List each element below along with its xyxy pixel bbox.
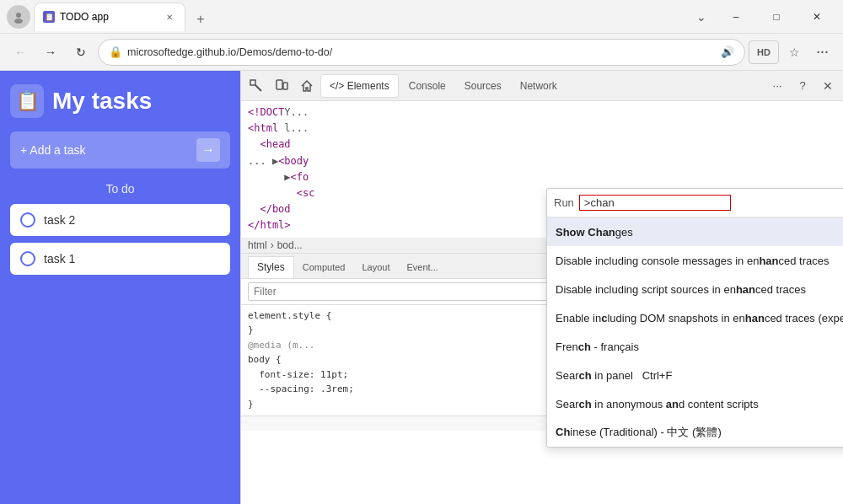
dropdown-item-3[interactable]: Enable including DOM snapshots in enhanc… bbox=[547, 303, 843, 332]
task-text-2: task 1 bbox=[44, 252, 75, 265]
todo-app-icon: 📋 bbox=[10, 84, 44, 118]
dropdown-item-2[interactable]: Disable including script sources in enha… bbox=[547, 275, 843, 303]
help-button[interactable]: ? bbox=[791, 74, 814, 98]
devtools-toolbar: </> Elements Console Sources Network ···… bbox=[241, 71, 843, 101]
lock-icon: 🔒 bbox=[109, 46, 122, 58]
hd-button[interactable]: HD bbox=[749, 40, 779, 64]
profile-icon[interactable] bbox=[7, 5, 30, 29]
nav-right-buttons: HD ☆ ··· bbox=[749, 39, 836, 66]
add-task-arrow-button[interactable]: → bbox=[196, 138, 220, 162]
nav-bar: ← → ↻ 🔒 microsoftedge.github.io/Demos/de… bbox=[0, 34, 843, 71]
dropdown-item-text-6: Search in anonymous and content scripts bbox=[556, 398, 843, 410]
svg-rect-5 bbox=[283, 83, 287, 89]
tab-close-button[interactable]: ✕ bbox=[163, 10, 176, 24]
dropdown-item-6[interactable]: Search in anonymous and content scripts … bbox=[547, 389, 843, 418]
dropdown-item-4[interactable]: French - français Appearance bbox=[547, 332, 843, 361]
svg-rect-2 bbox=[250, 80, 255, 85]
dropdown-item-text-4: French - français bbox=[556, 340, 843, 353]
maximize-button[interactable]: □ bbox=[757, 3, 796, 30]
todo-header: 📋 My tasks bbox=[10, 84, 230, 118]
forward-button[interactable]: → bbox=[37, 39, 64, 66]
read-aloud-icon: 🔊 bbox=[721, 46, 734, 58]
close-button[interactable]: ✕ bbox=[797, 3, 836, 30]
new-tab-button[interactable]: + bbox=[189, 8, 212, 31]
more-button[interactable]: ··· bbox=[809, 39, 836, 66]
task-item-2[interactable]: task 1 bbox=[10, 243, 230, 275]
code-line-1: <!DOCTY... bbox=[248, 105, 836, 121]
tab-elements[interactable]: </> Elements bbox=[320, 74, 399, 98]
subtab-styles[interactable]: Styles bbox=[248, 256, 294, 278]
url-text: microsoftedge.github.io/Demos/demo-to-do… bbox=[127, 46, 716, 58]
code-line-3: <head bbox=[248, 137, 836, 153]
dropdown-item-text-1: Disable including console messages in en… bbox=[556, 255, 843, 267]
dropdown-icon[interactable]: ⌄ bbox=[688, 3, 715, 30]
tab-network[interactable]: Network bbox=[512, 74, 566, 98]
html-breadcrumb[interactable]: html bbox=[248, 239, 267, 251]
code-line-5: ▶<fo bbox=[248, 169, 836, 185]
dropdown-item-text-0: Show Changes bbox=[556, 226, 843, 239]
dropdown-item-text-7: Chinese (Traditional) - 中文 (繁體) bbox=[556, 425, 843, 440]
svg-point-0 bbox=[16, 13, 21, 18]
dropdown-item-text-3: Enable including DOM snapshots in enhanc… bbox=[556, 312, 843, 324]
devtools-panel: </> Elements Console Sources Network ···… bbox=[240, 71, 843, 504]
body-breadcrumb[interactable]: bod... bbox=[277, 239, 303, 251]
run-command-bar: Run bbox=[547, 189, 843, 217]
autocomplete-dropdown: Run Show Changes Quick View Disable incl… bbox=[546, 188, 843, 448]
dropdown-item-7[interactable]: Chinese (Traditional) - 中文 (繁體) Appearan… bbox=[547, 418, 843, 447]
task-checkbox-1[interactable] bbox=[20, 212, 35, 228]
task-text-1: task 2 bbox=[44, 213, 75, 227]
run-label: Run bbox=[554, 196, 574, 209]
tab-favicon: 📋 bbox=[43, 11, 55, 23]
code-line-2: <html l... bbox=[248, 121, 836, 137]
dropdown-item-text-5: Search in panel Ctrl+F bbox=[556, 369, 843, 382]
add-task-label: + Add a task bbox=[20, 143, 196, 157]
todo-section-label: To do bbox=[10, 182, 230, 196]
task-checkbox-2[interactable] bbox=[20, 251, 35, 266]
title-bar: 📋 TODO app ✕ + ⌄ – □ ✕ bbox=[0, 0, 843, 34]
code-line-4: ... ▶<body bbox=[248, 153, 836, 169]
todo-sidebar: 📋 My tasks + Add a task → To do task 2 t… bbox=[0, 71, 240, 504]
tab-console[interactable]: Console bbox=[400, 74, 454, 98]
subtab-computed[interactable]: Computed bbox=[294, 256, 354, 278]
svg-rect-4 bbox=[277, 80, 282, 89]
dropdown-item-1[interactable]: Disable including console messages in en… bbox=[547, 246, 843, 275]
svg-point-1 bbox=[14, 19, 23, 24]
dropdown-item-5[interactable]: Search in panel Ctrl+F Global bbox=[547, 361, 843, 389]
task-item-1[interactable]: task 2 bbox=[10, 204, 230, 236]
active-tab[interactable]: 📋 TODO app ✕ bbox=[34, 3, 185, 31]
subtab-layout[interactable]: Layout bbox=[353, 256, 398, 278]
minimize-button[interactable]: – bbox=[717, 3, 755, 30]
refresh-button[interactable]: ↻ bbox=[67, 39, 94, 66]
dropdown-item-0[interactable]: Show Changes Quick View bbox=[547, 217, 843, 246]
tab-title-text: TODO app bbox=[60, 11, 158, 23]
inspect-element-button[interactable] bbox=[244, 74, 268, 98]
todo-app-title: My tasks bbox=[52, 88, 152, 115]
run-command-input[interactable] bbox=[579, 195, 731, 211]
home-button[interactable] bbox=[295, 74, 319, 98]
svg-line-3 bbox=[255, 85, 261, 91]
address-bar[interactable]: 🔒 microsoftedge.github.io/Demos/demo-to-… bbox=[98, 39, 745, 66]
tab-sources[interactable]: Sources bbox=[456, 74, 510, 98]
main-area: 📋 My tasks + Add a task → To do task 2 t… bbox=[0, 71, 843, 504]
back-button[interactable]: ← bbox=[7, 39, 34, 66]
browser-frame: 📋 TODO app ✕ + ⌄ – □ ✕ ← → ↻ 🔒 microsoft… bbox=[0, 0, 843, 504]
window-controls: ⌄ – □ ✕ bbox=[688, 3, 836, 30]
close-devtools-button[interactable]: ✕ bbox=[816, 74, 840, 98]
subtab-event[interactable]: Event... bbox=[398, 256, 446, 278]
add-task-bar[interactable]: + Add a task → bbox=[10, 131, 230, 169]
dropdown-item-text-2: Disable including script sources in enha… bbox=[556, 283, 843, 296]
more-tabs-button[interactable]: ··· bbox=[765, 74, 789, 98]
device-toolbar-button[interactable] bbox=[270, 74, 293, 98]
favorites-button[interactable]: ☆ bbox=[781, 39, 808, 66]
tab-strip: 📋 TODO app ✕ + bbox=[34, 3, 688, 31]
